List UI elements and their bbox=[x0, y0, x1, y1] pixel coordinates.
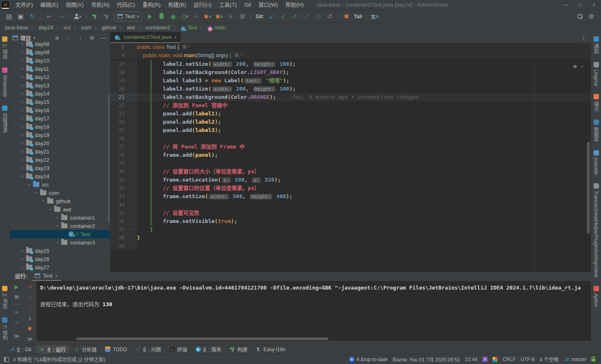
tree-item-day13[interactable]: ›day13 bbox=[10, 81, 110, 89]
tree-item-day18[interactable]: ›day18 bbox=[10, 122, 110, 131]
toolwindow-todo[interactable]: TODO bbox=[102, 346, 130, 353]
tree-item-day11[interactable]: ›day11 bbox=[10, 65, 110, 73]
line-number[interactable]: 33 bbox=[110, 192, 125, 201]
code-line-22[interactable]: 22 // 添加到 Panel 容器中 bbox=[110, 101, 591, 110]
line-number[interactable]: 5 bbox=[110, 43, 125, 51]
code-line-26[interactable]: 26 bbox=[110, 134, 591, 143]
tab-test-java[interactable]: C container2\Test.java × bbox=[110, 32, 181, 43]
code-line-5[interactable]: 5public class Test {新 * bbox=[110, 43, 591, 51]
toolwindow-4--运行[interactable]: 4: 运行 bbox=[36, 345, 69, 354]
clock[interactable]: 21:44 bbox=[463, 357, 479, 362]
breadcrumb-java-base[interactable]: java-base bbox=[4, 24, 29, 31]
line-number[interactable]: 22 bbox=[110, 101, 125, 110]
git-update-icon[interactable]: ↙ bbox=[266, 12, 277, 22]
breadcrumb-com[interactable]: com bbox=[80, 24, 92, 31]
breadcrumb-day24[interactable]: day24 bbox=[38, 24, 54, 31]
coverage-icon[interactable]: ◉ bbox=[168, 12, 179, 22]
git-fetch-icon[interactable]: ↗ bbox=[301, 12, 312, 22]
line-number[interactable]: 38 bbox=[110, 234, 125, 242]
line-number[interactable]: 19 bbox=[110, 77, 125, 85]
reader-mode-icon[interactable]: ⊙ bbox=[573, 63, 577, 69]
tool-pull-requests[interactable]: 拉取请求 bbox=[1, 101, 8, 137]
chevron-right-icon[interactable]: › bbox=[19, 165, 25, 171]
line-number[interactable]: 24 bbox=[110, 118, 125, 126]
tab-options-icon[interactable]: ⋮ bbox=[577, 34, 591, 41]
line-number[interactable]: 21 bbox=[110, 93, 125, 101]
menu-构建B[interactable]: 构建(B) bbox=[164, 0, 189, 10]
line-number[interactable]: 25 bbox=[110, 126, 125, 134]
line-number[interactable]: 31 bbox=[110, 176, 125, 184]
code-line-24[interactable]: 24 panel.add(label2); bbox=[110, 118, 591, 126]
code-line-27[interactable]: 27 // 将 Panel 添加到 Frame 中 bbox=[110, 143, 591, 151]
chevron-down-icon[interactable]: › bbox=[55, 223, 60, 229]
build-icon[interactable] bbox=[89, 12, 100, 22]
line-number[interactable]: 36 bbox=[110, 217, 125, 225]
tree-item-day15[interactable]: ›day15 bbox=[10, 98, 110, 106]
tree-item-day19[interactable]: ›day19 bbox=[10, 131, 110, 139]
encoding[interactable]: UTF-8 bbox=[519, 357, 536, 362]
git-branch[interactable]: ⎇master bbox=[562, 357, 588, 362]
close-tab-icon[interactable]: × bbox=[174, 35, 177, 40]
toolwindow-9--git[interactable]: ⎇9: Git bbox=[6, 346, 35, 353]
tail-button[interactable]: Tail bbox=[354, 14, 362, 19]
maximize-button[interactable]: □ bbox=[573, 0, 587, 10]
code-line-37[interactable]: 37− } bbox=[110, 225, 591, 234]
tool-endpoints[interactable]: 端点 bbox=[593, 90, 600, 115]
tool-lingma[interactable]: Lingma bbox=[593, 58, 599, 90]
menu-Git[interactable]: Git bbox=[240, 0, 255, 10]
soft-wrap-button[interactable]: ⏎ bbox=[28, 284, 32, 290]
profiler-capture-button[interactable]: ✱ bbox=[28, 326, 32, 332]
code-line-20[interactable]: 20 label3.setSize(width: 200, height: 10… bbox=[110, 85, 591, 93]
tree-item-day22[interactable]: ›day22 bbox=[10, 156, 110, 164]
line-number[interactable]: 20 bbox=[110, 85, 125, 93]
chevron-right-icon[interactable]: › bbox=[55, 215, 60, 220]
run-tab-test[interactable]: Test × bbox=[31, 273, 61, 281]
code-line-17[interactable]: 17 label2.setSize(width: 200, height: 10… bbox=[110, 60, 591, 68]
menu-编辑E[interactable]: 编辑(E) bbox=[37, 0, 62, 10]
line-number[interactable]: 30 bbox=[110, 168, 125, 176]
attach-icon[interactable]: ✦ bbox=[191, 12, 202, 22]
status-message[interactable]: // 构建在 714毫秒内成功完成 (2 分钟之前) bbox=[13, 356, 105, 363]
menu-视图V[interactable]: 视图(V) bbox=[62, 0, 87, 10]
chevron-right-icon[interactable]: › bbox=[19, 74, 25, 80]
tree-item-container1[interactable]: ›container1 bbox=[10, 213, 110, 222]
scroll-to-end-button[interactable]: ⤓ bbox=[29, 315, 31, 321]
translate-icon[interactable]: 文A bbox=[369, 12, 380, 22]
chevron-right-icon[interactable]: › bbox=[19, 99, 25, 105]
toolwindow-终端[interactable]: >_终端 bbox=[166, 345, 191, 354]
chevron-right-icon[interactable]: › bbox=[19, 49, 25, 55]
code-line-25[interactable]: 25 panel.add(label3); bbox=[110, 126, 591, 134]
toolwindow-构建[interactable]: 构建 bbox=[226, 345, 251, 354]
menu-工具T[interactable]: 工具(T) bbox=[215, 0, 241, 10]
line-number[interactable]: 28 bbox=[110, 151, 125, 159]
breadcrumb-container2[interactable]: container2 bbox=[144, 24, 171, 31]
git-rollback-icon[interactable]: ↺ bbox=[324, 12, 335, 22]
more-chevron[interactable]: ≫ bbox=[14, 333, 19, 339]
plugin-translate-icon[interactable] bbox=[491, 357, 499, 362]
chevron-right-icon[interactable]: › bbox=[19, 264, 25, 270]
write-access[interactable] bbox=[590, 357, 597, 362]
chevron-down-icon[interactable]: › bbox=[34, 190, 39, 196]
line-number[interactable]: 39 bbox=[110, 242, 125, 250]
chevron-down-icon[interactable]: › bbox=[26, 182, 32, 187]
layout-icon[interactable] bbox=[4, 357, 9, 362]
toolwindow-easy-i18n[interactable]: T.Easy I18n bbox=[252, 346, 289, 353]
tool-jclasslib[interactable]: jclasslib bbox=[593, 146, 599, 179]
tree-item-day20[interactable]: ›day20 bbox=[10, 139, 110, 147]
code-line-30[interactable]: 30 // 设置窗口的大小（单位是像素，px） bbox=[110, 168, 591, 176]
chevron-right-icon[interactable]: › bbox=[19, 256, 25, 262]
line-number[interactable]: 35 bbox=[110, 209, 125, 217]
search-everywhere-icon[interactable] bbox=[575, 12, 585, 22]
plugin-shield-icon[interactable]: S bbox=[481, 357, 489, 362]
tool-database[interactable]: 数据库 bbox=[593, 115, 600, 146]
line-number[interactable]: 32 bbox=[110, 184, 125, 192]
chevron-right-icon[interactable]: › bbox=[19, 66, 25, 72]
menu-文件F[interactable]: 文件(F) bbox=[12, 0, 37, 10]
code-line-35[interactable]: 35 // 设置可见性 bbox=[110, 209, 591, 217]
tree-item-awt[interactable]: ›awt bbox=[10, 205, 110, 213]
line-number[interactable]: 27 bbox=[110, 143, 125, 151]
settings-icon[interactable]: ⚙ bbox=[586, 12, 597, 22]
line-number[interactable]: 23 bbox=[110, 110, 125, 118]
menu-代码C[interactable]: 代码(C) bbox=[113, 0, 139, 10]
chevron-right-icon[interactable]: › bbox=[19, 41, 25, 47]
